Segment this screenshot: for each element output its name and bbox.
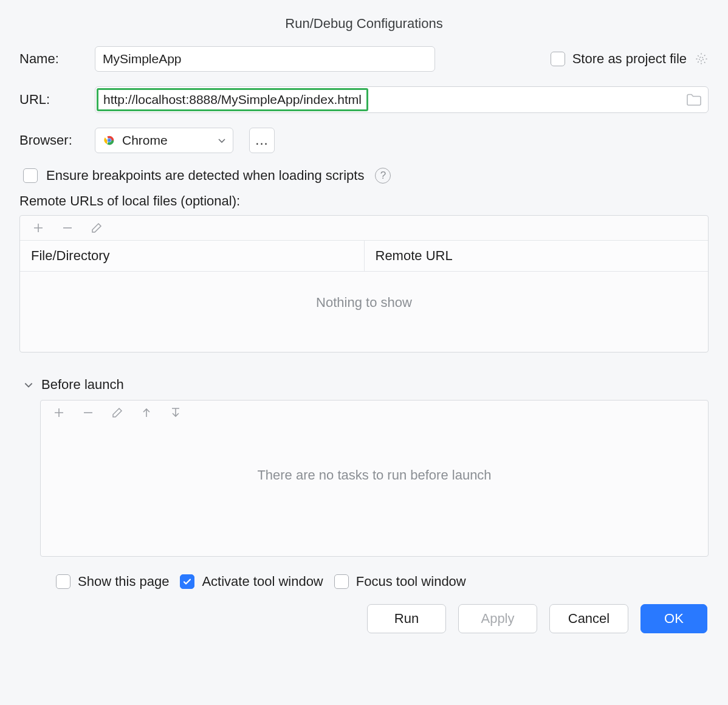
column-file-directory[interactable]: File/Directory [20,241,365,271]
gear-icon[interactable] [694,52,709,66]
browser-selected-text: Chrome [122,133,211,148]
before-launch-panel: There are no tasks to run before launch [40,400,709,557]
run-debug-config-dialog: Run/Debug Configurations Name: Store as … [0,0,728,652]
run-button[interactable]: Run [367,604,446,633]
url-input[interactable]: http://localhost:8888/MySimpleApp/index.… [97,88,368,111]
help-icon[interactable]: ? [375,168,391,184]
column-remote-url[interactable]: Remote URL [365,241,709,271]
remote-urls-panel: File/Directory Remote URL Nothing to sho… [19,215,709,352]
store-as-project-group: Store as project file [551,51,709,67]
activate-tool-window-checkbox[interactable] [180,574,194,589]
launch-options-row: Show this page Activate tool window Focu… [56,574,709,590]
name-input[interactable] [95,46,435,72]
chevron-down-icon [217,136,227,145]
cancel-button[interactable]: Cancel [549,604,628,633]
ok-button[interactable]: OK [640,604,707,633]
edit-icon[interactable] [111,407,123,419]
ensure-breakpoints-label: Ensure breakpoints are detected when loa… [46,168,364,184]
ensure-breakpoints-row: Ensure breakpoints are detected when loa… [23,168,709,184]
name-label: Name: [19,51,86,67]
edit-icon[interactable] [91,222,103,234]
svg-point-0 [699,57,703,61]
activate-tool-window-label: Activate tool window [202,574,323,590]
chrome-icon [103,134,116,147]
url-label: URL: [19,92,86,108]
add-icon[interactable] [53,407,65,419]
focus-tool-window-option: Focus tool window [334,574,466,590]
name-row: Name: Store as project file [19,46,709,72]
chevron-down-icon [23,379,34,390]
show-this-page-label: Show this page [78,574,169,590]
dialog-buttons: Run Apply Cancel OK [19,604,709,633]
browser-more-button[interactable]: ... [249,128,275,153]
url-field-wrapper: http://localhost:8888/MySimpleApp/index.… [95,86,709,113]
focus-tool-window-label: Focus tool window [356,574,466,590]
up-icon[interactable] [140,407,153,419]
show-this-page-checkbox[interactable] [56,574,70,589]
url-row: URL: http://localhost:8888/MySimpleApp/i… [19,86,709,113]
browser-row: Browser: Chrome ... [19,128,709,153]
show-this-page-option: Show this page [56,574,169,590]
remote-urls-empty: Nothing to show [20,272,708,352]
store-as-project-checkbox[interactable] [551,52,565,66]
folder-icon[interactable] [686,93,702,106]
browser-label: Browser: [19,132,86,148]
remote-urls-toolbar [20,216,708,240]
remote-urls-title: Remote URLs of local files (optional): [19,193,709,209]
apply-button[interactable]: Apply [458,604,537,633]
before-launch-empty: There are no tasks to run before launch [41,425,708,556]
remove-icon[interactable] [61,222,74,234]
before-launch-title: Before launch [41,377,124,393]
ensure-breakpoints-checkbox[interactable] [23,168,38,183]
before-launch-header[interactable]: Before launch [23,377,709,393]
remove-icon[interactable] [82,407,94,419]
add-icon[interactable] [32,222,44,234]
focus-tool-window-checkbox[interactable] [334,574,349,589]
before-launch-toolbar [41,401,708,425]
store-as-project-label: Store as project file [572,51,687,67]
activate-tool-window-option: Activate tool window [180,574,323,590]
before-launch-section: Before launch There are no tasks to run … [19,377,709,590]
down-icon[interactable] [170,407,182,419]
browser-select[interactable]: Chrome [95,128,233,153]
dialog-title: Run/Debug Configurations [19,16,709,32]
remote-urls-table-header: File/Directory Remote URL [20,240,708,272]
